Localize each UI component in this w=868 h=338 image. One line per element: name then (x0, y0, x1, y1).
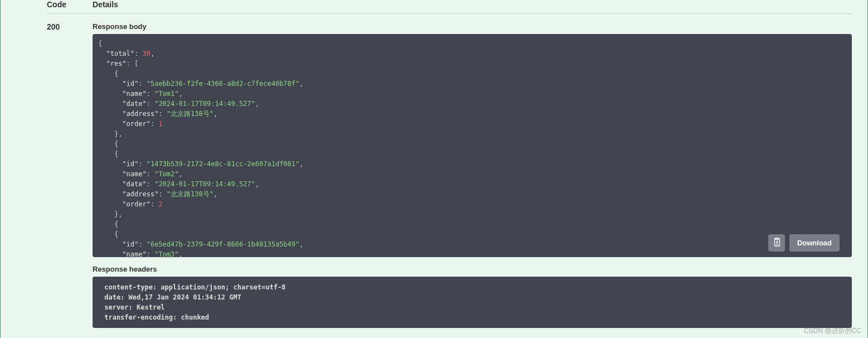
response-body-label: Response body (93, 22, 852, 31)
details-column-header: Details (93, 0, 118, 9)
download-button[interactable]: Download (789, 234, 840, 252)
response-table-header: Code Details (47, 0, 853, 14)
response-body-block[interactable]: { "total": 30, "res": [ { "id": "5aebb23… (93, 34, 852, 257)
response-headers-block: content-type: application/json; charset=… (93, 277, 852, 328)
copy-button[interactable] (768, 234, 785, 252)
watermark: CSDN @进阶的CC (804, 326, 861, 336)
code-column-header: Code (47, 0, 93, 9)
response-headers-label: Response headers (93, 265, 852, 273)
response-headers-content: content-type: application/json; charset=… (100, 282, 844, 322)
response-body-content: { "total": 30, "res": [ { "id": "5aebb23… (98, 38, 846, 257)
status-code: 200 (47, 22, 93, 336)
clipboard-icon (773, 238, 780, 248)
